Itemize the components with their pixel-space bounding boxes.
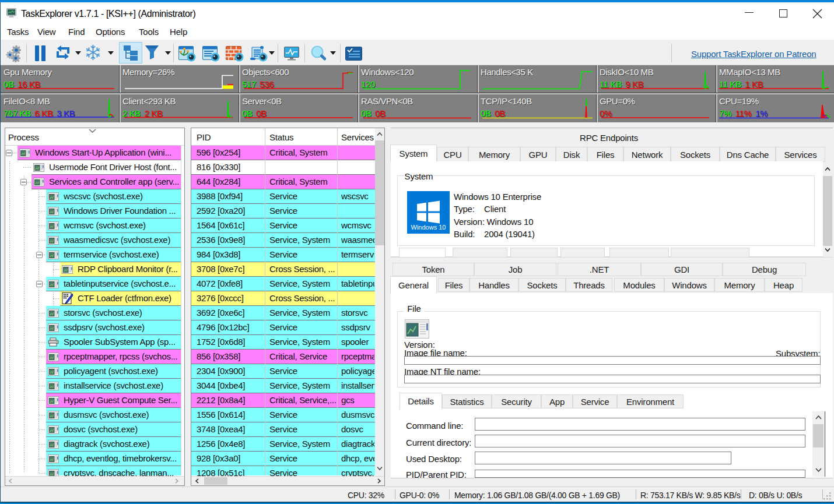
svg-text:Windows 10: Windows 10 [411,224,446,231]
